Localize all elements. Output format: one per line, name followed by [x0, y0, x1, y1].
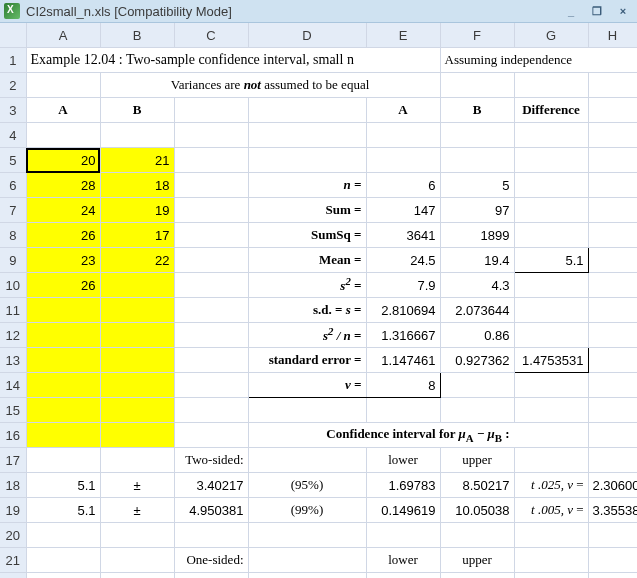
- cell[interactable]: 1.316667: [366, 323, 440, 348]
- cell[interactable]: [26, 123, 100, 148]
- cell[interactable]: [588, 523, 637, 548]
- cell[interactable]: [26, 523, 100, 548]
- col-header-E[interactable]: E: [366, 23, 440, 48]
- cell[interactable]: [588, 123, 637, 148]
- cell[interactable]: [248, 448, 366, 473]
- cell[interactable]: [588, 223, 637, 248]
- cell[interactable]: [248, 123, 366, 148]
- cell[interactable]: [514, 73, 588, 98]
- cell[interactable]: n =: [248, 173, 366, 198]
- cell[interactable]: [100, 298, 174, 323]
- cell[interactable]: Difference: [514, 98, 588, 123]
- row-header[interactable]: 7: [0, 198, 26, 223]
- cell[interactable]: t .025, ν =: [514, 473, 588, 498]
- cell[interactable]: [366, 523, 440, 548]
- cell[interactable]: 2.073644: [440, 298, 514, 323]
- cell[interactable]: [440, 148, 514, 173]
- cell[interactable]: [100, 348, 174, 373]
- cell[interactable]: Variances are not assumed to be equal: [100, 73, 440, 98]
- cell[interactable]: 1.147461: [366, 348, 440, 373]
- cell[interactable]: [174, 373, 248, 398]
- cell[interactable]: [366, 398, 440, 423]
- col-header-D[interactable]: D: [248, 23, 366, 48]
- select-all-corner[interactable]: [0, 23, 26, 48]
- cell[interactable]: 4.3: [440, 273, 514, 298]
- cell[interactable]: 8: [366, 373, 440, 398]
- cell[interactable]: 21: [100, 148, 174, 173]
- cell[interactable]: [514, 198, 588, 223]
- cell[interactable]: [588, 98, 637, 123]
- minimize-button[interactable]: _: [561, 3, 581, 19]
- row-header[interactable]: 13: [0, 348, 26, 373]
- cell[interactable]: [26, 348, 100, 373]
- cell[interactable]: [100, 373, 174, 398]
- cell[interactable]: 5.1: [26, 573, 100, 579]
- row-header[interactable]: 20: [0, 523, 26, 548]
- cell[interactable]: [588, 323, 637, 348]
- cell[interactable]: lower: [366, 548, 440, 573]
- col-header-H[interactable]: H: [588, 23, 637, 48]
- cell[interactable]: [100, 323, 174, 348]
- cell[interactable]: [248, 548, 366, 573]
- cell[interactable]: upper: [440, 548, 514, 573]
- row-header[interactable]: 18: [0, 473, 26, 498]
- cell[interactable]: B: [100, 98, 174, 123]
- cell[interactable]: [26, 298, 100, 323]
- cell[interactable]: [514, 323, 588, 348]
- cell[interactable]: [514, 523, 588, 548]
- cell[interactable]: [248, 523, 366, 548]
- row-header[interactable]: 3: [0, 98, 26, 123]
- cell[interactable]: [514, 448, 588, 473]
- cell[interactable]: 3641: [366, 223, 440, 248]
- cell[interactable]: 1.859548: [588, 573, 637, 579]
- row-header[interactable]: 11: [0, 298, 26, 323]
- cell[interactable]: (99%): [248, 498, 366, 523]
- cell[interactable]: 26: [26, 273, 100, 298]
- cell[interactable]: [100, 273, 174, 298]
- cell[interactable]: Sum =: [248, 198, 366, 223]
- cell[interactable]: [366, 123, 440, 148]
- cell[interactable]: [174, 248, 248, 273]
- cell[interactable]: 1.69783: [366, 473, 440, 498]
- cell[interactable]: [26, 398, 100, 423]
- row-header[interactable]: 5: [0, 148, 26, 173]
- cell[interactable]: 22: [100, 248, 174, 273]
- cell[interactable]: ±: [100, 498, 174, 523]
- cell[interactable]: ν =: [248, 373, 366, 398]
- cell[interactable]: Example 12.04 : Two-sample confidence in…: [26, 48, 440, 73]
- cell[interactable]: [440, 523, 514, 548]
- cell[interactable]: A: [26, 98, 100, 123]
- cell[interactable]: [174, 398, 248, 423]
- cell[interactable]: 4.950381: [174, 498, 248, 523]
- cell[interactable]: 10.05038: [440, 498, 514, 523]
- cell[interactable]: [514, 373, 588, 398]
- cell[interactable]: [26, 548, 100, 573]
- cell[interactable]: s2 / n =: [248, 323, 366, 348]
- cell[interactable]: [514, 123, 588, 148]
- cell[interactable]: [514, 398, 588, 423]
- cell[interactable]: 24.5: [366, 248, 440, 273]
- cell[interactable]: t .050, ν =: [514, 573, 588, 579]
- row-header[interactable]: 12: [0, 323, 26, 348]
- cell[interactable]: lower: [366, 448, 440, 473]
- cell[interactable]: [514, 223, 588, 248]
- cell[interactable]: 26: [26, 223, 100, 248]
- cell[interactable]: 6: [366, 173, 440, 198]
- cell[interactable]: [248, 398, 366, 423]
- cell[interactable]: 0.927362: [440, 348, 514, 373]
- cell[interactable]: 28: [26, 173, 100, 198]
- cell[interactable]: standard error =: [248, 348, 366, 373]
- cell[interactable]: [100, 123, 174, 148]
- row-header[interactable]: 19: [0, 498, 26, 523]
- cell[interactable]: [588, 73, 637, 98]
- cell[interactable]: 19: [100, 198, 174, 223]
- cell[interactable]: [366, 148, 440, 173]
- cell[interactable]: Mean =: [248, 248, 366, 273]
- cell[interactable]: 5.1: [26, 498, 100, 523]
- cell[interactable]: [100, 573, 174, 579]
- row-header[interactable]: 8: [0, 223, 26, 248]
- col-header-A[interactable]: A: [26, 23, 100, 48]
- cell[interactable]: 3.40217: [174, 473, 248, 498]
- cell[interactable]: [100, 548, 174, 573]
- row-header[interactable]: 6: [0, 173, 26, 198]
